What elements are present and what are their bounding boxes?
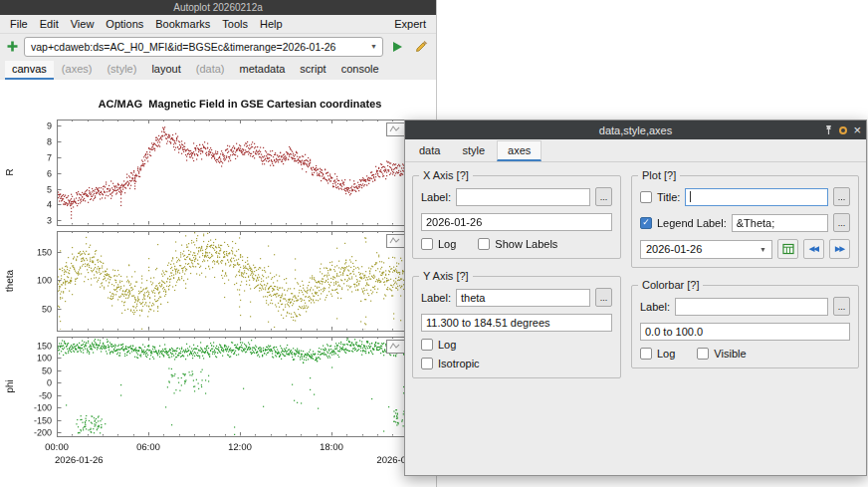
dialog-tab-data[interactable]: data — [409, 141, 450, 161]
colorbar-log-checkbox[interactable] — [640, 348, 652, 360]
axes-dialog: data,style,axes × data style axes X Axis… — [404, 120, 867, 476]
y-axis-label-caption: Label: — [421, 292, 451, 304]
dialog-tab-axes[interactable]: axes — [497, 140, 542, 161]
menu-help[interactable]: Help — [254, 17, 289, 31]
record-circle-icon[interactable] — [839, 126, 847, 134]
timerange-calendar-button[interactable] — [777, 239, 798, 259]
colorbar-label-caption: Label: — [640, 301, 670, 313]
main-tab-bar: canvas (axes) (style) layout (data) meta… — [0, 59, 436, 81]
menu-options[interactable]: Options — [100, 17, 149, 31]
y-axis-log-label: Log — [438, 339, 456, 351]
plot-title-checkbox[interactable] — [640, 191, 652, 203]
plot-title-caption: Title: — [657, 191, 680, 203]
y-axis-range-input[interactable]: 11.300 to 184.51 degrees — [421, 314, 612, 332]
tab-script[interactable]: script — [293, 61, 332, 80]
close-icon[interactable]: × — [853, 123, 861, 136]
colorbar-range-input[interactable]: 0.0 to 100.0 — [640, 323, 850, 341]
legend-label-more-button[interactable]: ... — [833, 213, 850, 232]
y-axis-isotropic-checkbox[interactable] — [421, 358, 433, 369]
x-axis-log-checkbox[interactable] — [421, 238, 433, 250]
y-axis-group: Y Axis [?] Label: theta ... 11.300 to 18… — [412, 276, 621, 378]
y-axis-label-more-button[interactable]: ... — [595, 288, 612, 307]
calendar-icon — [782, 243, 794, 255]
magnetic-field-plot[interactable] — [0, 80, 436, 487]
x-axis-group-title: X Axis [?] — [419, 169, 473, 181]
dialog-tab-style[interactable]: style — [452, 141, 495, 161]
menu-file[interactable]: File — [4, 17, 34, 31]
x-axis-label-caption: Label: — [421, 191, 451, 203]
dialog-tab-bar: data style axes — [405, 139, 866, 162]
check-icon: ✓ — [642, 218, 650, 227]
y-axis-log-checkbox[interactable] — [421, 339, 433, 351]
y-axis-label-input[interactable]: theta — [456, 289, 590, 307]
x-axis-group: X Axis [?] Label: ... 2026-01-26 Log — [412, 175, 621, 259]
timerange-value: 2026-01-26 — [646, 243, 757, 255]
fast-forward-icon: ▶▶ — [835, 245, 844, 253]
axis-column: X Axis [?] Label: ... 2026-01-26 Log — [412, 175, 621, 378]
play-icon — [393, 42, 402, 52]
inspect-edit-button[interactable] — [411, 37, 431, 57]
address-bar: vap+cdaweb:ds=AC_H0_MFI&id=BGSEc&timeran… — [0, 34, 436, 59]
menu-edit[interactable]: Edit — [34, 17, 65, 31]
tab-canvas[interactable]: canvas — [5, 61, 54, 80]
colorbar-group-title: Colorbar [?] — [638, 279, 703, 291]
step-previous-button[interactable]: ◀◀ — [803, 239, 824, 259]
go-play-button[interactable] — [387, 37, 407, 57]
pin-icon[interactable] — [824, 124, 833, 135]
colorbar-label-more-button[interactable]: ... — [833, 297, 850, 316]
legend-label-checkbox[interactable]: ✓ — [640, 217, 652, 229]
plot-group: Plot [?] Title: ... ✓ Legend Label: &The… — [631, 175, 859, 268]
tab-console[interactable]: console — [334, 61, 386, 80]
timerange-combobox[interactable]: 2026-01-26 ▼ — [640, 240, 772, 259]
chevron-down-icon[interactable]: ▼ — [367, 43, 380, 50]
expert-mode-label[interactable]: Expert — [388, 17, 432, 31]
pencil-icon — [414, 40, 428, 54]
colorbar-visible-label: Visible — [714, 348, 746, 360]
colorbar-group: Colorbar [?] Label: ... 0.0 to 100.0 Log — [631, 285, 859, 368]
x-axis-label-input[interactable] — [456, 188, 590, 206]
dialog-title-icons: × — [824, 121, 861, 139]
dialog-content: X Axis [?] Label: ... 2026-01-26 Log — [405, 162, 866, 384]
tab-style[interactable]: (style) — [100, 61, 143, 80]
menu-view[interactable]: View — [65, 17, 101, 31]
x-axis-range-input[interactable]: 2026-01-26 — [421, 213, 612, 231]
tab-layout[interactable]: layout — [144, 61, 187, 80]
menu-bookmarks[interactable]: Bookmarks — [149, 17, 216, 31]
window-title: Autoplot 20260212a — [173, 2, 263, 13]
x-axis-label-more-button[interactable]: ... — [595, 187, 612, 206]
tab-metadata[interactable]: metadata — [232, 61, 292, 80]
plot-title-more-button[interactable]: ... — [833, 187, 850, 206]
x-axis-show-labels-checkbox[interactable] — [478, 238, 490, 250]
chevron-down-icon[interactable]: ▼ — [757, 246, 769, 253]
x-axis-log-label: Log — [438, 238, 456, 250]
fast-backward-icon: ◀◀ — [809, 245, 818, 253]
y-axis-isotropic-label: Isotropic — [438, 358, 480, 369]
autoplot-window: Autoplot 20260212a File Edit View Option… — [0, 0, 437, 487]
add-plus-icon[interactable] — [5, 39, 20, 54]
plot-title-input[interactable] — [685, 188, 828, 206]
window-titlebar[interactable]: Autoplot 20260212a — [0, 0, 436, 15]
menu-bar: File Edit View Options Bookmarks Tools H… — [0, 15, 436, 34]
legend-label-input[interactable]: &Theta; — [732, 214, 828, 232]
colorbar-label-input[interactable] — [675, 298, 828, 316]
uri-value: vap+cdaweb:ds=AC_H0_MFI&id=BGSEc&timeran… — [31, 41, 367, 53]
tab-data[interactable]: (data) — [189, 61, 232, 80]
plot-canvas-area — [0, 80, 436, 487]
plot-column: Plot [?] Title: ... ✓ Legend Label: &The… — [631, 175, 859, 378]
colorbar-log-label: Log — [657, 348, 675, 360]
menu-tools[interactable]: Tools — [216, 17, 254, 31]
dialog-title: data,style,axes — [599, 124, 672, 136]
y-axis-group-title: Y Axis [?] — [419, 270, 473, 282]
step-next-button[interactable]: ▶▶ — [829, 239, 850, 259]
colorbar-visible-checkbox[interactable] — [697, 348, 709, 360]
tab-axes[interactable]: (axes) — [55, 61, 100, 80]
legend-label-caption: Legend Label: — [657, 217, 727, 229]
dialog-titlebar[interactable]: data,style,axes × — [405, 121, 866, 139]
x-axis-show-labels-label: Show Labels — [495, 238, 557, 250]
uri-combobox[interactable]: vap+cdaweb:ds=AC_H0_MFI&id=BGSEc&timeran… — [24, 37, 383, 57]
plot-group-title: Plot [?] — [638, 169, 680, 181]
text-caret — [690, 191, 691, 202]
